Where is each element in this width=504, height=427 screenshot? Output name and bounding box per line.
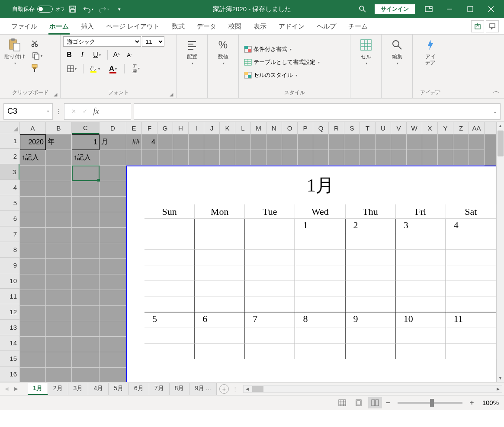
row-header-2[interactable]: 2 bbox=[0, 149, 19, 164]
col-header-U[interactable]: U bbox=[376, 122, 391, 134]
font-color-button[interactable]: A▾ bbox=[104, 63, 122, 74]
cell-B9[interactable] bbox=[46, 259, 72, 274]
cell-Y1[interactable] bbox=[438, 134, 453, 150]
comments-button[interactable] bbox=[486, 20, 499, 32]
underline-button[interactable]: U▾ bbox=[89, 49, 105, 61]
cell-H2[interactable] bbox=[173, 150, 189, 166]
col-header-Q[interactable]: Q bbox=[313, 122, 329, 134]
cell-styles-button[interactable]: セルのスタイル▾ bbox=[241, 70, 300, 80]
row-header-14[interactable]: 14 bbox=[0, 335, 19, 351]
cal-slot[interactable] bbox=[346, 281, 396, 296]
cell-C4[interactable] bbox=[72, 181, 100, 197]
zoom-thumb[interactable] bbox=[430, 399, 434, 407]
cal-slot[interactable] bbox=[396, 234, 446, 250]
ideas-button[interactable]: アイ デア bbox=[420, 36, 441, 68]
cal-slot[interactable] bbox=[195, 250, 245, 265]
clipboard-dialog-launcher[interactable]: ◢ bbox=[52, 91, 58, 97]
col-header-C[interactable]: C bbox=[72, 122, 100, 134]
cell-X2[interactable] bbox=[422, 150, 438, 166]
cell-B7[interactable] bbox=[46, 228, 72, 243]
cal-slot[interactable] bbox=[295, 250, 345, 265]
cell-C16[interactable] bbox=[72, 368, 100, 382]
cal-slot[interactable] bbox=[346, 328, 396, 344]
cell-A6[interactable] bbox=[20, 212, 46, 228]
cell-D12[interactable] bbox=[100, 306, 126, 321]
tab-team[interactable]: チーム bbox=[342, 19, 374, 34]
cell-P2[interactable] bbox=[298, 150, 313, 166]
cal-slot[interactable] bbox=[396, 344, 446, 359]
page-layout-view-button[interactable] bbox=[352, 397, 366, 408]
row-header-5[interactable]: 5 bbox=[0, 195, 19, 211]
sheet-tab-1月[interactable]: 1月 bbox=[28, 383, 48, 395]
undo-icon[interactable]: ▾ bbox=[83, 4, 93, 14]
cell-B10[interactable] bbox=[46, 274, 72, 290]
decrease-font-button[interactable]: Aˇ bbox=[123, 49, 135, 61]
cell-D15[interactable] bbox=[100, 352, 126, 368]
col-header-S[interactable]: S bbox=[344, 122, 360, 134]
cal-slot[interactable] bbox=[144, 328, 195, 344]
cell-B13[interactable] bbox=[46, 321, 72, 337]
cell-T1[interactable] bbox=[360, 134, 376, 150]
number-button[interactable]: % 数値▾ bbox=[212, 36, 234, 68]
cell-S2[interactable] bbox=[344, 150, 360, 166]
redo-icon[interactable]: ▾ bbox=[99, 4, 109, 14]
cell-C12[interactable] bbox=[72, 306, 100, 321]
col-header-Y[interactable]: Y bbox=[438, 122, 453, 134]
col-header-M[interactable]: M bbox=[251, 122, 266, 134]
save-icon[interactable] bbox=[67, 4, 78, 14]
cell-H1[interactable] bbox=[173, 134, 189, 150]
col-header-P[interactable]: P bbox=[298, 122, 313, 134]
cell-AA2[interactable] bbox=[469, 150, 485, 166]
cal-slot[interactable] bbox=[195, 328, 245, 344]
cell-L1[interactable] bbox=[235, 134, 251, 150]
col-header-A[interactable]: A bbox=[20, 122, 46, 134]
cell-C9[interactable] bbox=[72, 259, 100, 274]
cal-slot[interactable] bbox=[295, 296, 345, 312]
sheet-tab-7月[interactable]: 7月 bbox=[149, 383, 170, 395]
col-header-H[interactable]: H bbox=[173, 122, 189, 134]
cell-A12[interactable] bbox=[20, 306, 46, 321]
cal-slot[interactable] bbox=[245, 344, 295, 359]
copy-button[interactable]: ▾ bbox=[29, 50, 46, 61]
cal-slot[interactable] bbox=[245, 281, 295, 296]
sheet-tab-9月 ...[interactable]: 9月 ... bbox=[189, 383, 216, 395]
cell-A1[interactable]: 2020 bbox=[20, 134, 46, 150]
cell-A8[interactable] bbox=[20, 243, 46, 259]
cell-C13[interactable] bbox=[72, 321, 100, 337]
cell-F1[interactable]: 4 bbox=[142, 134, 157, 150]
cell-O2[interactable] bbox=[282, 150, 298, 166]
tab-insert[interactable]: 挿入 bbox=[75, 19, 100, 34]
cal-slot[interactable] bbox=[446, 234, 496, 250]
tab-home[interactable]: ホーム bbox=[43, 19, 75, 34]
autosave-toggle[interactable] bbox=[37, 6, 53, 13]
col-header-R[interactable]: R bbox=[329, 122, 344, 134]
cell-C11[interactable] bbox=[72, 290, 100, 306]
cell-E1[interactable]: ## bbox=[126, 134, 142, 150]
cal-slot[interactable] bbox=[195, 234, 245, 250]
cell-A5[interactable] bbox=[20, 197, 46, 212]
cal-slot[interactable] bbox=[346, 265, 396, 281]
cell-C10[interactable] bbox=[72, 274, 100, 290]
cell-K2[interactable] bbox=[220, 150, 235, 166]
row-header-9[interactable]: 9 bbox=[0, 258, 19, 273]
close-button[interactable] bbox=[482, 0, 501, 18]
cal-slot[interactable] bbox=[446, 296, 496, 312]
cal-slot[interactable] bbox=[446, 344, 496, 359]
cell-G1[interactable] bbox=[157, 134, 173, 150]
cell-M1[interactable] bbox=[251, 134, 266, 150]
cell-D9[interactable] bbox=[100, 259, 126, 274]
cal-slot[interactable] bbox=[346, 296, 396, 312]
cell-J1[interactable] bbox=[204, 134, 220, 150]
cal-slot[interactable] bbox=[346, 250, 396, 265]
row-header-8[interactable]: 8 bbox=[0, 242, 19, 258]
col-header-K[interactable]: K bbox=[220, 122, 235, 134]
scroll-left-button[interactable]: ◀ bbox=[244, 387, 251, 391]
row-header-11[interactable]: 11 bbox=[0, 289, 19, 304]
cell-S1[interactable] bbox=[344, 134, 360, 150]
alignment-button[interactable]: 配置▾ bbox=[181, 36, 203, 68]
cal-slot[interactable] bbox=[195, 296, 245, 312]
cal-slot[interactable] bbox=[144, 250, 195, 265]
cell-B12[interactable] bbox=[46, 306, 72, 321]
cal-slot[interactable] bbox=[346, 344, 396, 359]
cell-B16[interactable] bbox=[46, 368, 72, 382]
